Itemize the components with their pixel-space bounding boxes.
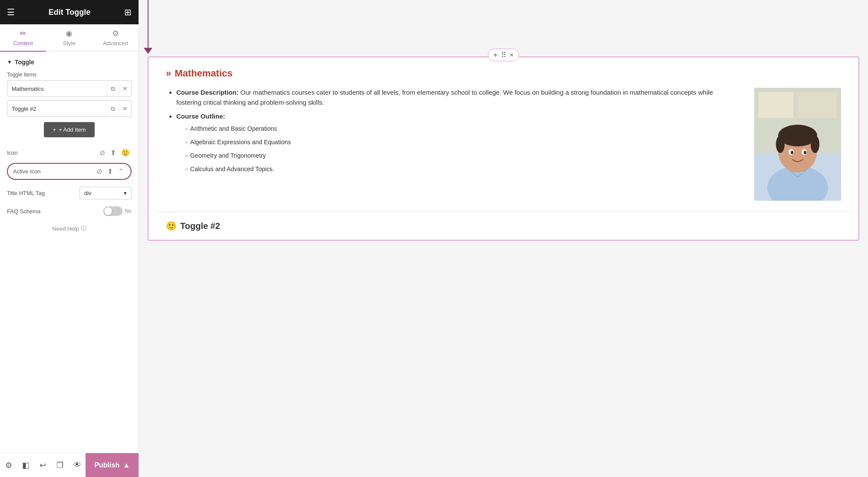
content-tab-label: Content	[13, 40, 33, 46]
active-icon-field: Active Icon ⊘ ⬆ ⌃	[7, 163, 132, 180]
math-title: » Mathematics	[166, 68, 841, 79]
toggle-item-2-input[interactable]	[7, 102, 107, 116]
faq-schema-toggle[interactable]: No	[103, 206, 132, 216]
toggle2-section: 🙂 Toggle #2	[149, 212, 858, 240]
toggle-section-header: ▼ Toggle	[7, 59, 132, 66]
active-icon-chevron-btn[interactable]: ⌃	[116, 166, 125, 176]
grid-icon[interactable]: ⊞	[124, 7, 132, 17]
toggle2-emoji: 🙂	[166, 221, 177, 231]
content-tab-icon: ✏	[20, 29, 26, 38]
publish-button[interactable]: Publish ▲	[86, 453, 139, 477]
active-icon-delete-btn[interactable]: ⊘	[95, 166, 104, 176]
toggle-item-1-delete-btn[interactable]: ✕	[119, 81, 131, 96]
svg-rect-3	[798, 92, 837, 118]
icon-emoji-btn[interactable]: 🙂	[119, 148, 132, 158]
collapse-arrow-icon[interactable]: ▼	[7, 59, 12, 65]
toggle-item-2-duplicate-btn[interactable]: ⧉	[107, 101, 119, 116]
sidebar-content: ▼ Toggle Toggle Items ⧉ ✕ ⧉ ✕ + + Add It…	[0, 52, 139, 453]
outline-item-1: Arithmetic and Basic Operations	[185, 124, 737, 133]
icon-delete-btn[interactable]: ⊘	[98, 148, 107, 158]
title-html-tag-field: Title HTML Tag div ▾	[7, 187, 132, 199]
icon-upload-btn[interactable]: ⬆	[109, 148, 118, 158]
course-description-label: Course Description:	[176, 89, 238, 96]
active-icon-upload-btn[interactable]: ⬆	[106, 166, 115, 176]
main-content: + ⠿ × » Mathematics Course Description: …	[139, 0, 868, 477]
dropdown-chevron-icon: ▾	[124, 190, 127, 196]
publish-arrow-icon: ▲	[123, 461, 130, 469]
outline-item-3: Geometry and Trigonometry	[185, 151, 737, 160]
svg-point-9	[811, 136, 819, 153]
faq-schema-label: FAQ Schema	[7, 208, 40, 215]
toggle-item-2: ⧉ ✕	[7, 100, 132, 117]
math-image	[754, 88, 841, 201]
title-html-tag-dropdown[interactable]: div ▾	[79, 187, 132, 199]
toggle-widget: + ⠿ × » Mathematics Course Description: …	[148, 56, 859, 241]
svg-point-12	[791, 151, 793, 154]
title-html-tag-value: div	[84, 190, 92, 196]
sidebar-title: Edit Toggle	[49, 8, 91, 17]
arrow-line	[148, 0, 149, 48]
mathematics-section: » Mathematics Course Description: Our ma…	[149, 57, 858, 211]
help-circle-icon: ⓘ	[81, 225, 86, 232]
icon-field-controls: ⊘ ⬆ 🙂	[98, 148, 132, 158]
toggle-item-2-delete-btn[interactable]: ✕	[119, 101, 131, 116]
title-html-tag-label: Title HTML Tag	[7, 190, 45, 196]
math-title-text: Mathematics	[175, 68, 232, 79]
outline-item-4: Calculus and Advanced Topics.	[185, 165, 737, 174]
toggle-item-1-input[interactable]	[7, 82, 107, 96]
faq-schema-track[interactable]	[103, 206, 122, 216]
tab-advanced[interactable]: ⚙ Advanced	[92, 24, 139, 52]
toggle2-label: Toggle #2	[180, 221, 220, 231]
widget-add-btn[interactable]: +	[493, 51, 497, 59]
footer-undo-btn[interactable]: ↩	[34, 453, 51, 477]
need-help-section[interactable]: Need Help ⓘ	[7, 225, 132, 232]
sidebar: ☰ Edit Toggle ⊞ ✏ Content ◉ Style ⚙ Adva…	[0, 0, 139, 477]
faq-schema-field: FAQ Schema No	[7, 206, 132, 216]
sidebar-header: ☰ Edit Toggle ⊞	[0, 0, 139, 24]
active-icon-label: Active Icon	[13, 168, 41, 175]
footer-icons: ⚙ ◧ ↩ ❐ 👁	[0, 453, 86, 477]
add-item-button[interactable]: + + Add Item	[44, 122, 94, 137]
widget-move-btn[interactable]: ⠿	[501, 51, 506, 59]
advanced-tab-icon: ⚙	[112, 29, 119, 38]
tab-content[interactable]: ✏ Content	[0, 24, 46, 52]
need-help-label: Need Help	[52, 225, 79, 232]
faq-schema-value-label: No	[125, 208, 132, 214]
toggle-items-list: ⧉ ✕ ⧉ ✕	[7, 80, 132, 117]
course-description-item: Course Description: Our mathematics cour…	[176, 88, 737, 107]
style-tab-icon: ◉	[66, 29, 73, 38]
arrow-indicator	[148, 0, 149, 56]
outline-list: Arithmetic and Basic Operations Algebrai…	[176, 124, 737, 174]
toggle-item-1-duplicate-btn[interactable]: ⧉	[107, 81, 119, 96]
publish-label: Publish	[94, 461, 119, 469]
widget-close-btn[interactable]: ×	[510, 51, 514, 59]
math-title-icon: »	[166, 68, 171, 79]
add-item-plus-icon: +	[53, 126, 56, 133]
tab-style[interactable]: ◉ Style	[46, 24, 92, 52]
sidebar-footer: ⚙ ◧ ↩ ❐ 👁 Publish ▲	[0, 453, 139, 477]
icon-field: Icon ⊘ ⬆ 🙂	[7, 146, 132, 159]
advanced-tab-label: Advanced	[103, 40, 128, 46]
hamburger-icon[interactable]: ☰	[7, 7, 15, 17]
outline-item-2: Algebraic Expressions and Equations	[185, 138, 737, 147]
widget-toolbar: + ⠿ ×	[488, 49, 519, 61]
active-icon-controls: ⊘ ⬆ ⌃	[95, 166, 125, 176]
style-tab-label: Style	[63, 40, 76, 46]
footer-copy-btn[interactable]: ❐	[51, 453, 68, 477]
tabs-bar: ✏ Content ◉ Style ⚙ Advanced	[0, 24, 139, 52]
toggle-item-1: ⧉ ✕	[7, 80, 132, 97]
footer-settings-btn[interactable]: ⚙	[0, 453, 17, 477]
person-svg	[754, 88, 841, 201]
svg-point-13	[804, 151, 806, 154]
toggle2-title: 🙂 Toggle #2	[166, 221, 841, 231]
course-outline-item: Course Outline: Arithmetic and Basic Ope…	[176, 112, 737, 174]
icon-field-label: Icon	[7, 149, 18, 156]
footer-layers-btn[interactable]: ◧	[17, 453, 34, 477]
math-content: Course Description: Our mathematics cour…	[166, 88, 841, 201]
math-text: Course Description: Our mathematics cour…	[166, 88, 737, 201]
arrow-head	[144, 48, 152, 54]
svg-rect-2	[759, 92, 793, 118]
toggle-items-label: Toggle Items	[7, 72, 132, 78]
add-item-label: + Add Item	[59, 126, 86, 133]
footer-eye-btn[interactable]: 👁	[69, 453, 86, 477]
